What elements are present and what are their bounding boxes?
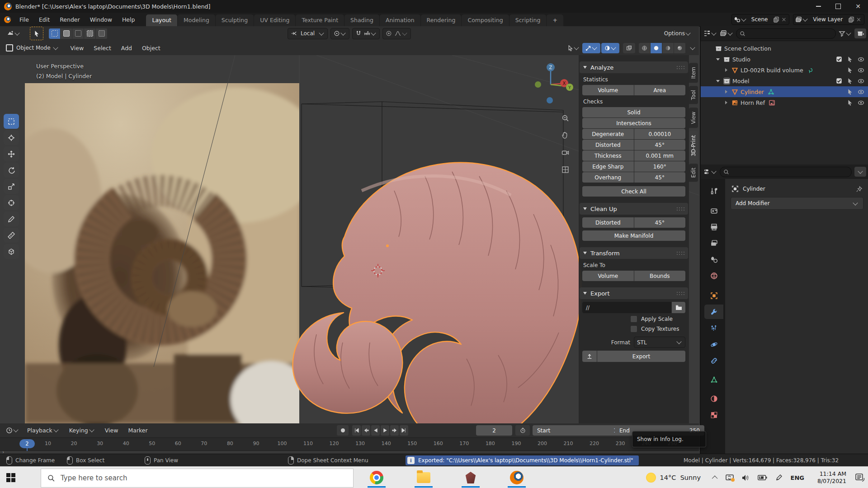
workspace-tab-modeling[interactable]: Modeling [178, 14, 215, 26]
timeline-ruler[interactable]: 2 10203040506070809010011012013014015016… [0, 438, 699, 451]
axis-y-label[interactable]: Y [568, 85, 571, 90]
menu-render[interactable]: Render [55, 16, 85, 23]
horn-model[interactable] [293, 163, 581, 423]
pan-hand-button[interactable] [559, 129, 571, 141]
tray-expand-chevron-icon[interactable] [713, 476, 717, 480]
export-icon-button[interactable] [582, 351, 597, 362]
outliner-row-horn-ref[interactable]: Horn Ref [701, 97, 868, 108]
display-sync-icon[interactable] [726, 474, 734, 481]
area-button[interactable]: Area [634, 85, 686, 95]
volume-button[interactable]: Volume [582, 85, 634, 95]
active-tool-indicator[interactable] [30, 27, 43, 40]
grip-icon[interactable] [676, 207, 684, 211]
view-layer-selector[interactable]: View Layer ✕ [793, 14, 864, 25]
timeline-menu-view[interactable]: View [100, 427, 123, 434]
current-frame-field[interactable]: 2 [476, 425, 512, 436]
copy-icon[interactable] [848, 16, 854, 23]
workspace-tab-rendering[interactable]: Rendering [421, 14, 462, 26]
expand-caret-icon[interactable] [721, 100, 731, 105]
copy-icon[interactable] [773, 16, 779, 23]
degenerate-check-button[interactable]: Degenerate [582, 129, 634, 139]
add-modifier-dropdown[interactable]: Add Modifier [731, 197, 863, 210]
outliner-item-name[interactable]: LD-002R build volume [741, 67, 803, 74]
remove-icon[interactable]: ✕ [856, 16, 861, 23]
degenerate-value[interactable]: 0.00010 [634, 129, 686, 139]
select-new-button[interactable] [49, 28, 60, 39]
expand-caret-icon[interactable] [721, 68, 731, 72]
axis-neg-y[interactable] [535, 81, 541, 88]
editor-type-dropdown[interactable] [4, 28, 24, 39]
workspace-add-button[interactable]: + [547, 14, 563, 26]
outliner-row-model[interactable]: Model [701, 75, 868, 86]
properties-tab-texture[interactable] [704, 408, 723, 422]
workspace-tab-animation[interactable]: Animation [380, 14, 420, 26]
outliner-row-ld-002r-build-volume[interactable]: LD-002R build volume [701, 65, 868, 75]
clock-widget[interactable]: 11:14 AM 8/07/2021 [817, 467, 846, 488]
viewport-menu-select[interactable]: Select [89, 45, 116, 52]
transform-section-header[interactable]: Transform [580, 247, 688, 259]
selectable-toggle[interactable] [844, 89, 855, 95]
selectable-toggle[interactable] [844, 56, 855, 62]
overhang-value[interactable]: 45° [634, 172, 686, 183]
close-button[interactable]: ✕ [848, 0, 868, 13]
grip-icon[interactable] [676, 291, 684, 296]
viewport-menu-add[interactable]: Add [116, 45, 137, 52]
outliner-display-icon[interactable] [703, 30, 711, 37]
notification-center[interactable] [855, 467, 864, 488]
play-reverse-button[interactable] [371, 425, 380, 436]
new-collection-button[interactable] [854, 28, 866, 38]
thickness-check-button[interactable]: Thickness [582, 150, 634, 161]
outliner-item-name[interactable]: Studio [732, 56, 750, 63]
axis-neg-z[interactable] [547, 97, 553, 103]
filter-funnel-icon[interactable] [839, 30, 845, 37]
workspace-tab-compositing[interactable]: Compositing [462, 14, 509, 26]
format-dropdown[interactable]: STL [634, 337, 685, 348]
tool-cursor[interactable] [4, 130, 19, 145]
outliner-row-scene-collection[interactable]: Scene Collection [701, 43, 868, 54]
tool-annotate[interactable] [4, 211, 19, 226]
wireframe-shading-button[interactable] [639, 43, 650, 53]
properties-tab-modifiers[interactable] [704, 305, 723, 319]
expand-caret-icon[interactable] [712, 79, 723, 83]
n-panel-tab-view[interactable]: View [689, 108, 698, 128]
select-subtract-button[interactable] [72, 28, 84, 39]
exclude-checkbox[interactable] [834, 56, 844, 62]
prev-keyframe-button[interactable] [362, 425, 370, 436]
properties-tab-scene[interactable] [704, 252, 723, 267]
visibility-eye-toggle[interactable] [855, 67, 866, 74]
play-button[interactable] [381, 425, 389, 436]
edge-sharp-value[interactable]: 160° [634, 161, 686, 172]
snap-controls[interactable] [352, 28, 380, 39]
make-manifold-button[interactable]: Make Manifold [582, 230, 685, 241]
n-panel-tab-tool[interactable]: Tool [689, 86, 698, 104]
unlink-icon[interactable]: ✕ [781, 16, 786, 23]
ortho-toggle-button[interactable] [559, 163, 571, 176]
scale-volume-button[interactable]: Volume [582, 271, 634, 281]
axis-x-label[interactable]: X [563, 81, 566, 86]
auto-keying-stopwatch-button[interactable] [515, 425, 530, 436]
camera-view-button[interactable] [559, 146, 571, 159]
workspace-tab-layout[interactable]: Layout [146, 14, 177, 26]
jump-end-button[interactable] [400, 425, 408, 436]
rendered-shading-button[interactable] [674, 43, 685, 53]
workspace-tab-scripting[interactable]: Scripting [509, 14, 547, 26]
properties-editor-icon[interactable] [703, 168, 711, 175]
outliner-row-cylinder[interactable]: Cylinder [701, 86, 868, 97]
export-path-field[interactable]: // [582, 302, 671, 313]
overhang-check-button[interactable]: Overhang [582, 172, 634, 183]
selectable-toggle[interactable] [844, 67, 855, 73]
visibility-eye-toggle[interactable] [855, 89, 866, 95]
outliner-search-input[interactable] [736, 28, 836, 39]
breadcrumb[interactable]: Cylinder [743, 186, 765, 192]
properties-tab-particles[interactable] [704, 321, 723, 335]
options-dropdown[interactable]: Options [661, 28, 694, 39]
current-frame-indicator[interactable]: 2 [19, 439, 35, 448]
frame-start-field[interactable]: Start 1 [533, 425, 622, 436]
outliner-item-name[interactable]: Horn Ref [741, 99, 765, 106]
pen-icon[interactable] [775, 474, 783, 481]
zoom-button[interactable] [559, 112, 571, 124]
properties-tab-viewlayer[interactable] [704, 236, 723, 250]
n-panel-tab-3d-print[interactable]: 3D-Print [689, 131, 698, 160]
workspace-tab-texture-paint[interactable]: Texture Paint [296, 14, 344, 26]
pivot-point-dropdown[interactable] [330, 28, 349, 39]
